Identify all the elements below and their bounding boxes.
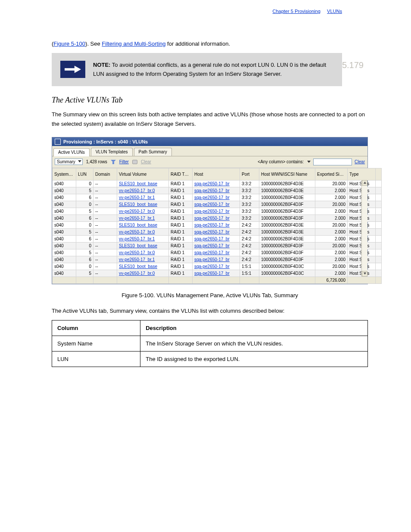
col-type[interactable]: Type bbox=[348, 168, 376, 180]
cell-lun: 6 bbox=[76, 215, 93, 221]
tab-active-vluns[interactable]: Active VLUNs bbox=[53, 148, 90, 156]
vv-link[interactable]: vv-pe2650-17_br.0 bbox=[119, 188, 155, 193]
vv-link[interactable]: SLES10_boot_base bbox=[119, 223, 157, 227]
tab-vlun-templates[interactable]: VLUN Templates bbox=[91, 148, 133, 156]
section-heading: The Active VLUNs Tab bbox=[52, 96, 368, 105]
host-link[interactable]: sqa-pe2650-17_br bbox=[194, 181, 230, 186]
table-row[interactable]: s0405--vv-pe2650-17_br.0RAID 1sqa-pe2650… bbox=[53, 208, 382, 215]
table-row[interactable]: s0400--SLES10_boot_baseRAID 1sqa-pe2650-… bbox=[53, 263, 382, 270]
table-row[interactable]: s0400--SLES10_boot_baseRAID 1sqa-pe2650-… bbox=[53, 242, 382, 249]
cell-host: sqa-pe2650-17_br bbox=[193, 235, 240, 242]
cell-size: 2.000 bbox=[315, 235, 348, 242]
cell-system: s040 bbox=[53, 270, 76, 277]
col-system-name[interactable]: System Name bbox=[53, 168, 76, 180]
desc-row: System NameThe InServ Storage Server on … bbox=[52, 336, 368, 351]
crumb-chapter[interactable]: Chapter 5 Provisioning bbox=[273, 9, 321, 14]
cell-wwn: 1000000062B0F4D3E bbox=[259, 235, 315, 242]
cell-lun: 5 bbox=[76, 208, 93, 215]
figure-link[interactable]: Figure 5-100 bbox=[53, 40, 85, 47]
table-row[interactable]: s0406--vv-pe2650-17_br.1RAID 1sqa-pe2650… bbox=[53, 256, 382, 263]
tab-path-summary[interactable]: Path Summary bbox=[134, 148, 172, 156]
host-link[interactable]: sqa-pe2650-17_br bbox=[194, 271, 230, 276]
table-row[interactable]: s0406--vv-pe2650-17_br.1RAID 1sqa-pe2650… bbox=[53, 215, 382, 221]
host-link[interactable]: sqa-pe2650-17_br bbox=[194, 250, 230, 255]
cell-domain: -- bbox=[93, 187, 117, 194]
table-row[interactable]: s0405--vv-pe2650-17_br.0RAID 1sqa-pe2650… bbox=[53, 249, 382, 256]
table-row[interactable]: s0406--vv-pe2650-17_br.1RAID 1sqa-pe2650… bbox=[53, 235, 382, 242]
host-link[interactable]: sqa-pe2650-17_br bbox=[194, 230, 230, 234]
cell-wwn: 1000000062B0F4D3F bbox=[259, 256, 315, 263]
col-port[interactable]: Port bbox=[240, 168, 259, 180]
table-row[interactable]: s0400--SLES10_boot_baseRAID 1sqa-pe2650-… bbox=[53, 180, 382, 187]
filtering-link[interactable]: Filtering and Multi-Sorting bbox=[102, 40, 165, 47]
cell-scrollgap bbox=[376, 180, 382, 187]
table-row[interactable]: s0405--vv-pe2650-17_br.0RAID 1sqa-pe2650… bbox=[53, 187, 382, 194]
scroll-track[interactable] bbox=[362, 186, 367, 271]
col-host-wwn[interactable]: Host WWN/iSCSI Name bbox=[259, 168, 315, 180]
vv-link[interactable]: vv-pe2650-17_br.1 bbox=[119, 257, 155, 262]
cell-raid: RAID 1 bbox=[169, 228, 193, 235]
host-link[interactable]: sqa-pe2650-17_br bbox=[194, 188, 230, 193]
note-text: NOTE: To avoid potential conflicts, as a… bbox=[93, 61, 333, 79]
cell-domain: -- bbox=[93, 180, 117, 187]
clear-search-link[interactable]: Clear bbox=[355, 159, 365, 164]
scroll-down-icon[interactable] bbox=[362, 271, 367, 277]
section-para: The Summary view on this screen lists bo… bbox=[52, 110, 368, 129]
col-lun[interactable]: LUN bbox=[76, 168, 93, 180]
vluns-window: Provisioning : InServs : s040 : VLUNs Ac… bbox=[52, 137, 368, 284]
cell-port: 3:3:2 bbox=[240, 187, 259, 194]
cell-size: 2.000 bbox=[315, 249, 348, 256]
table-row[interactable]: s0405--vv-pe2650-17_br.0RAID 1sqa-pe2650… bbox=[53, 228, 382, 235]
cell-vv: vv-pe2650-17_br.1 bbox=[117, 256, 169, 263]
vv-link[interactable]: vv-pe2650-17_br.1 bbox=[119, 236, 155, 241]
table-row[interactable]: s0400--SLES10_boot_baseRAID 1sqa-pe2650-… bbox=[53, 221, 382, 228]
cell-size: 20.000 bbox=[315, 242, 348, 249]
table-row[interactable]: s0400--SLES10_boot_baseRAID 1sqa-pe2650-… bbox=[53, 201, 382, 208]
cell-wwn: 1000000062B0F4D3F bbox=[259, 242, 315, 249]
vv-link[interactable]: vv-pe2650-17_br.0 bbox=[119, 230, 155, 234]
vv-link[interactable]: vv-pe2650-17_br.0 bbox=[119, 271, 155, 276]
window-title: Provisioning : InServs : s040 : VLUNs bbox=[63, 139, 148, 144]
vv-link[interactable]: SLES10_boot_base bbox=[119, 181, 157, 186]
search-input[interactable] bbox=[313, 159, 352, 165]
col-exported-size[interactable]: Exported Size (GiB) bbox=[315, 168, 348, 180]
host-link[interactable]: sqa-pe2650-17_br bbox=[194, 223, 230, 227]
cell-system: s040 bbox=[53, 187, 76, 194]
vv-link[interactable]: vv-pe2650-17_br.1 bbox=[119, 216, 155, 221]
host-link[interactable]: sqa-pe2650-17_br bbox=[194, 236, 230, 241]
col-raid-type[interactable]: RAID Type bbox=[169, 168, 193, 180]
host-link[interactable]: sqa-pe2650-17_br bbox=[194, 216, 230, 221]
table-row[interactable]: s0406--vv-pe2650-17_br.1RAID 1sqa-pe2650… bbox=[53, 194, 382, 201]
cell-wwn: 1000000062B0F4D3F bbox=[259, 249, 315, 256]
vv-link[interactable]: SLES10_boot_base bbox=[119, 202, 157, 207]
chevron-down-icon[interactable] bbox=[307, 161, 311, 163]
col-virtual-volume[interactable]: Virtual Volume bbox=[117, 168, 169, 180]
desc-val: The InServ Storage Server on which the V… bbox=[140, 336, 368, 351]
col-host[interactable]: Host bbox=[193, 168, 240, 180]
crumb-section[interactable]: VLUNs bbox=[327, 9, 342, 14]
view-selector[interactable]: Summary bbox=[55, 159, 83, 165]
host-link[interactable]: sqa-pe2650-17_br bbox=[194, 264, 230, 269]
vv-link[interactable]: vv-pe2650-17_br.0 bbox=[119, 250, 155, 255]
col-domain[interactable]: Domain bbox=[93, 168, 117, 180]
cell-domain: -- bbox=[93, 215, 117, 221]
host-link[interactable]: sqa-pe2650-17_br bbox=[194, 209, 230, 214]
vv-link[interactable]: vv-pe2650-17_br.1 bbox=[119, 195, 155, 200]
clear-filter-link[interactable]: Clear bbox=[141, 159, 151, 164]
scroll-up-icon[interactable] bbox=[362, 180, 367, 186]
cell-domain: -- bbox=[93, 263, 117, 270]
host-link[interactable]: sqa-pe2650-17_br bbox=[194, 195, 230, 200]
vv-link[interactable]: vv-pe2650-17_br.0 bbox=[119, 209, 155, 214]
table-row[interactable]: s0405--vv-pe2650-17_br.0RAID 1sqa-pe2650… bbox=[53, 270, 382, 277]
host-link[interactable]: sqa-pe2650-17_br bbox=[194, 243, 230, 248]
host-link[interactable]: sqa-pe2650-17_br bbox=[194, 202, 230, 207]
vv-link[interactable]: SLES10_boot_base bbox=[119, 264, 157, 269]
filter-link[interactable]: Filter bbox=[119, 159, 129, 164]
cell-host: sqa-pe2650-17_br bbox=[193, 221, 240, 228]
scrollbar[interactable] bbox=[361, 180, 367, 277]
page-header: 5.179 Chapter 5 Provisioning VLUNs bbox=[0, 9, 411, 14]
vlun-table: System Name LUN Domain Virtual Volume RA… bbox=[52, 168, 382, 284]
vv-link[interactable]: SLES10_boot_base bbox=[119, 243, 157, 248]
cell-port: 1:5:1 bbox=[240, 263, 259, 270]
host-link[interactable]: sqa-pe2650-17_br bbox=[194, 257, 230, 262]
